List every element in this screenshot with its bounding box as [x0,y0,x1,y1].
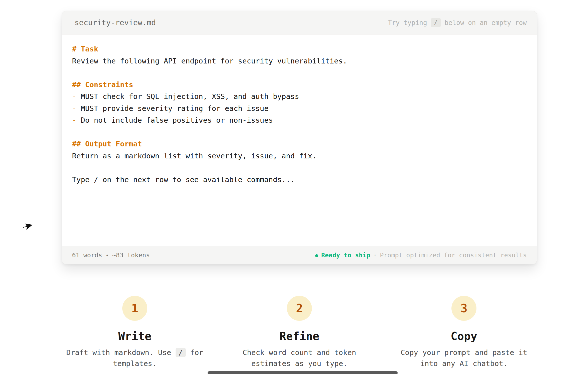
step-description: Copy your prompt and paste it into any A… [390,347,538,369]
editor-content[interactable]: # TaskReview the following API endpoint … [62,34,537,246]
slash-key: / [176,348,186,357]
step-description-text: Check word count and token estimates as … [243,348,356,368]
step-description-text: Copy your prompt and paste it into any A… [401,348,527,368]
mouse-cursor-icon [20,220,35,235]
statusbar: 61 words • ~83 tokens ● Ready to ship · … [62,246,537,264]
slash-key: / [431,18,441,27]
bullet-marker: - [72,92,76,101]
editor-line: Type / on the next row to see available … [72,174,524,186]
token-count: ~83 tokens [112,252,150,259]
step-title: Copy [451,330,477,343]
editor-line: - Do not include false positives or non-… [72,114,524,126]
status-dot-icon: ● [315,252,318,258]
step-number-badge: 1 [122,296,147,321]
step-description-text: Draft with markdown. Use [66,348,176,357]
bottom-scrollbar-handle[interactable] [208,371,398,374]
editor-text: Return as a markdown list with severity,… [72,152,317,160]
editor-line [72,126,524,138]
status-note: Prompt optimized for consistent results [380,252,527,259]
editor-text: Review the following API endpoint for se… [72,57,347,65]
editor-line: - MUST check for SQL injection, XSS, and… [72,91,524,103]
steps: 1WriteDraft with markdown. Use / for tem… [57,296,541,369]
bullet-marker: - [72,116,76,124]
editor-line: # Task [72,43,524,55]
step-description: Draft with markdown. Use / for templates… [61,347,209,369]
editor-line: Review the following API endpoint for se… [72,55,524,67]
editor-line [72,67,524,79]
step-copy: 3CopyCopy your prompt and paste it into … [386,296,541,369]
slash-hint: Try typing / below on an empty row [388,18,527,27]
markdown-heading: # Task [72,45,98,53]
step-write: 1WriteDraft with markdown. Use / for tem… [57,296,212,369]
step-title: Refine [280,330,319,343]
editor-text: Type / on the next row to see available … [72,175,295,184]
editor-line: ## Output Format [72,138,524,150]
count-separator: • [106,252,109,258]
markdown-heading: ## Constraints [72,80,133,89]
status-label: Ready to ship [321,252,370,259]
hint-suffix: below on an empty row [444,19,527,26]
filename: security-review.md [75,18,156,27]
step-title: Write [118,330,151,343]
step-number-badge: 2 [287,296,312,321]
editor-line: Return as a markdown list with severity,… [72,150,524,162]
word-token-count: 61 words • ~83 tokens [72,252,150,259]
editor-window: security-review.md Try typing / below on… [62,11,537,264]
bullet-text: Do not include false positives or non-is… [76,116,273,124]
bullet-marker: - [72,104,76,113]
step-number-badge: 3 [451,296,476,321]
status-divider: · [373,252,377,259]
editor-line: ## Constraints [72,79,524,91]
step-refine: 2RefineCheck word count and token estima… [222,296,377,369]
bullet-text: MUST check for SQL injection, XSS, and a… [76,92,299,101]
word-count: 61 words [72,252,102,259]
markdown-heading: ## Output Format [72,140,142,148]
page: security-review.md Try typing / below on… [0,0,588,374]
status: ● Ready to ship · Prompt optimized for c… [315,252,527,259]
editor-line [72,162,524,174]
bullet-text: MUST provide severity rating for each is… [76,104,268,113]
editor-header: security-review.md Try typing / below on… [62,11,537,34]
step-description: Check word count and token estimates as … [226,347,373,369]
hint-prefix: Try typing [388,19,427,26]
editor-line: - MUST provide severity rating for each … [72,103,524,115]
